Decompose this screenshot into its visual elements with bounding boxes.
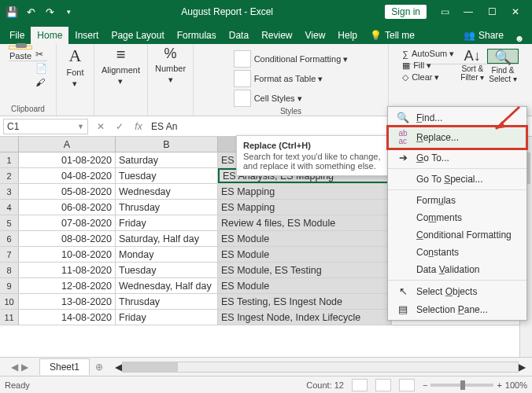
menu-goto[interactable]: ➔Go To...	[388, 149, 526, 167]
cut-icon[interactable]: ✂	[35, 49, 47, 60]
view-normal-icon[interactable]	[352, 379, 368, 391]
maximize-icon[interactable]: ☐	[480, 1, 504, 23]
view-pagelayout-icon[interactable]	[375, 379, 391, 391]
row-header[interactable]: 11	[0, 310, 19, 325]
menu-select-objects[interactable]: ↖Select Objects	[388, 282, 526, 300]
cancel-formula-icon[interactable]: ✕	[91, 121, 110, 132]
row-header[interactable]: 10	[0, 294, 19, 309]
horizontal-scrollbar[interactable]: ◀▶	[115, 362, 526, 373]
row-header[interactable]: 8	[0, 263, 19, 277]
menu-selection-pane[interactable]: ▤Selection Pane...	[388, 300, 526, 318]
cell-b[interactable]: Wednesday	[116, 184, 218, 199]
row-header[interactable]: 9	[0, 278, 19, 293]
cell-styles-button[interactable]: Cell Styles ▾	[234, 90, 349, 107]
cell-c[interactable]: ES Testing, ES Ingest Node	[218, 294, 392, 309]
enter-formula-icon[interactable]: ✓	[110, 121, 129, 132]
cell-a[interactable]: 08-08-2020	[19, 231, 116, 246]
tell-me[interactable]: 💡Tell me	[364, 27, 421, 44]
number-button[interactable]: % Number ▾	[155, 46, 186, 85]
minimize-icon[interactable]: —	[456, 1, 480, 23]
row-header[interactable]: 5	[0, 215, 19, 230]
tab-formulas[interactable]: Formulas	[171, 27, 223, 44]
fx-icon[interactable]: fx	[129, 121, 148, 132]
row-header[interactable]: 7	[0, 247, 19, 262]
cell-a[interactable]: 07-08-2020	[19, 215, 116, 230]
cell-c[interactable]: ES Module, ES Testing	[218, 263, 392, 277]
name-box-dd-icon[interactable]: ▼	[77, 123, 84, 130]
add-sheet-button[interactable]: ⊕	[90, 362, 109, 373]
format-painter-icon[interactable]: 🖌	[35, 77, 47, 88]
row-header[interactable]: 4	[0, 200, 19, 215]
cell-c[interactable]: ES Module	[218, 278, 392, 293]
cell-c[interactable]: ES Ingest Node, Index Lifecycle	[218, 310, 392, 325]
font-button[interactable]: A Font ▾	[66, 46, 83, 89]
menu-goto-special[interactable]: Go To Special...	[388, 171, 526, 188]
tab-help[interactable]: Help	[331, 27, 364, 44]
close-icon[interactable]: ✕	[504, 1, 527, 23]
tab-review[interactable]: Review	[255, 27, 298, 44]
fill-button[interactable]: ▦Fill ▾	[402, 61, 454, 71]
zoom-out-icon[interactable]: −	[423, 380, 427, 390]
menu-constants[interactable]: Constants	[388, 244, 526, 261]
cell-b[interactable]: Tuesday	[116, 263, 218, 277]
cell-a[interactable]: 01-08-2020	[19, 152, 116, 167]
sheet-tab-1[interactable]: Sheet1	[39, 358, 90, 375]
feedback-icon[interactable]: ☻	[510, 33, 529, 44]
tab-page-layout[interactable]: Page Layout	[105, 27, 170, 44]
sheet-nav[interactable]: ◀▶	[0, 362, 39, 373]
qat-customize-icon[interactable]: ▾	[61, 5, 76, 19]
tab-insert[interactable]: Insert	[68, 27, 105, 44]
ribbon-options-icon[interactable]: ▭	[433, 1, 456, 23]
cell-c[interactable]: ES Mapping	[218, 184, 392, 199]
tab-view[interactable]: View	[299, 27, 332, 44]
cell-b[interactable]: Thrusday	[116, 294, 218, 309]
cell-a[interactable]: 11-08-2020	[19, 263, 116, 277]
cell-b[interactable]: Wednesday, Half day	[116, 278, 218, 293]
menu-validation[interactable]: Data Validation	[388, 261, 526, 278]
share-button[interactable]: 👥Share	[457, 27, 510, 44]
cell-a[interactable]: 05-08-2020	[19, 184, 116, 199]
cell-a[interactable]: 12-08-2020	[19, 278, 116, 293]
cell-b[interactable]: Saturday	[116, 152, 218, 167]
clear-button[interactable]: ◇Clear ▾	[402, 72, 454, 83]
save-icon[interactable]: 💾	[5, 5, 19, 19]
cell-a[interactable]: 04-08-2020	[19, 168, 116, 183]
row-header[interactable]: 2	[0, 168, 19, 183]
zoom-in-icon[interactable]: +	[497, 380, 501, 390]
cell-c[interactable]: ES Module	[218, 247, 392, 262]
name-box[interactable]: C1▼	[3, 119, 88, 134]
menu-formulas[interactable]: Formulas	[388, 192, 526, 209]
tab-data[interactable]: Data	[223, 27, 255, 44]
tab-file[interactable]: File	[3, 27, 31, 44]
cell-a[interactable]: 14-08-2020	[19, 310, 116, 325]
conditional-formatting-button[interactable]: Conditional Formatting ▾	[234, 50, 349, 68]
format-as-table-button[interactable]: Format as Table ▾	[234, 70, 349, 87]
autosum-button[interactable]: ∑AutoSum ▾	[402, 49, 454, 59]
menu-cond-format[interactable]: Conditional Formatting	[388, 226, 526, 244]
col-header-b[interactable]: B	[116, 137, 218, 152]
cell-a[interactable]: 06-08-2020	[19, 200, 116, 215]
zoom-control[interactable]: − + 100%	[423, 380, 527, 390]
view-pagebreak-icon[interactable]	[399, 379, 415, 391]
cell-c[interactable]: Review 4 files, ES Module	[218, 215, 392, 230]
row-header[interactable]: 6	[0, 231, 19, 246]
redo-icon[interactable]: ↷	[42, 5, 57, 19]
undo-icon[interactable]: ↶	[24, 5, 38, 19]
cell-b[interactable]: Monday	[116, 247, 218, 262]
cell-a[interactable]: 13-08-2020	[19, 294, 116, 309]
cell-c[interactable]: ES Mapping	[218, 200, 392, 215]
cell-b[interactable]: Thrusday	[116, 200, 218, 215]
copy-icon[interactable]: 📄	[35, 63, 47, 74]
cell-c[interactable]: ES Module	[218, 231, 392, 246]
sign-in-button[interactable]: Sign in	[385, 5, 427, 19]
cell-b[interactable]: Friday	[116, 310, 218, 325]
sort-filter-button[interactable]: A↓ Sort & Filter ▾	[460, 49, 484, 64]
col-header-a[interactable]: A	[19, 137, 116, 152]
paste-button[interactable]: Paste	[9, 46, 32, 61]
cell-a[interactable]: 10-08-2020	[19, 247, 116, 262]
tab-home[interactable]: Home	[31, 27, 68, 44]
row-header[interactable]: 1	[0, 152, 19, 167]
zoom-slider[interactable]	[430, 384, 493, 387]
cell-b[interactable]: Saturday, Half day	[116, 231, 218, 246]
menu-comments[interactable]: Comments	[388, 209, 526, 226]
